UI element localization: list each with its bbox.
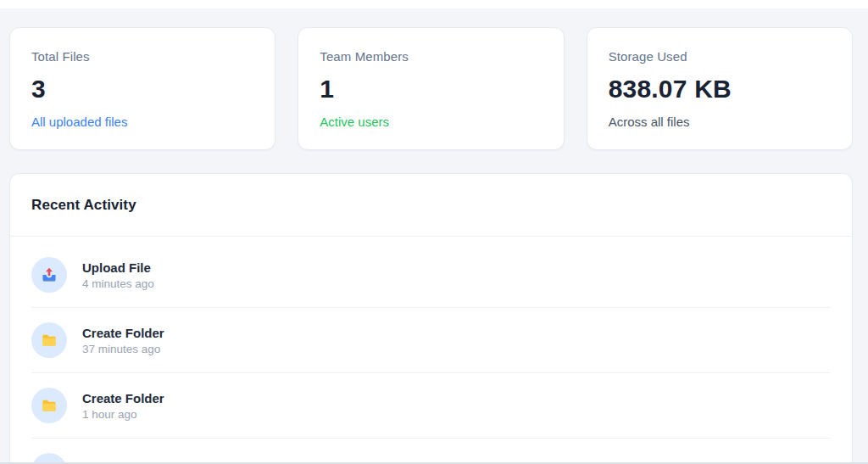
stat-value: 3: [31, 75, 253, 103]
stat-label: Team Members: [320, 49, 542, 64]
activity-item-time: 1 hour ago: [82, 408, 164, 421]
activity-item-text: Upload File 4 minutes ago: [82, 260, 154, 290]
upload-tray-icon: [41, 266, 58, 283]
activity-list: Upload File 4 minutes ago Create Folder …: [10, 237, 852, 464]
stat-label: Storage Used: [609, 49, 831, 64]
header-strip: [0, 0, 868, 8]
activity-item-title: Upload File: [82, 260, 154, 275]
stat-value: 1: [320, 75, 542, 103]
stat-card-total-files: Total Files 3 All uploaded files: [9, 27, 275, 150]
stat-card-storage-used: Storage Used 838.07 KB Across all files: [587, 27, 853, 150]
folder-icon: [41, 397, 58, 414]
activity-list-item: Create Folder 1 hour ago: [31, 373, 831, 439]
stat-label: Total Files: [31, 49, 253, 64]
recent-activity-card: Recent Activity Upload File 4 minutes ag…: [9, 173, 853, 464]
activity-list-item: Upload File 4 minutes ago: [31, 243, 831, 308]
stat-subtext: Active users: [320, 115, 542, 129]
activity-icon-circle: [31, 388, 67, 423]
activity-item-text: Create Folder 37 minutes ago: [82, 326, 164, 355]
stat-subtext: All uploaded files: [31, 115, 253, 129]
activity-icon-circle: [31, 322, 67, 358]
activity-item-text: Create Folder 1 hour ago: [82, 391, 164, 421]
stat-value: 838.07 KB: [609, 75, 831, 103]
activity-item-time: 4 minutes ago: [82, 277, 154, 290]
stats-row: Total Files 3 All uploaded files Team Me…: [9, 27, 853, 150]
stat-subtext: Across all files: [609, 115, 831, 129]
activity-list-item: Create Folder: [31, 439, 831, 464]
activity-icon-circle: [31, 257, 67, 293]
recent-activity-title: Recent Activity: [10, 174, 852, 237]
dashboard-content[interactable]: Total Files 3 All uploaded files Team Me…: [0, 8, 868, 464]
activity-item-title: Create Folder: [82, 326, 164, 340]
activity-list-item: Create Folder 37 minutes ago: [31, 308, 831, 373]
folder-icon: [41, 332, 58, 349]
stat-card-team-members: Team Members 1 Active users: [298, 27, 564, 150]
activity-item-title: Create Folder: [82, 391, 164, 405]
activity-item-time: 37 minutes ago: [82, 343, 164, 355]
